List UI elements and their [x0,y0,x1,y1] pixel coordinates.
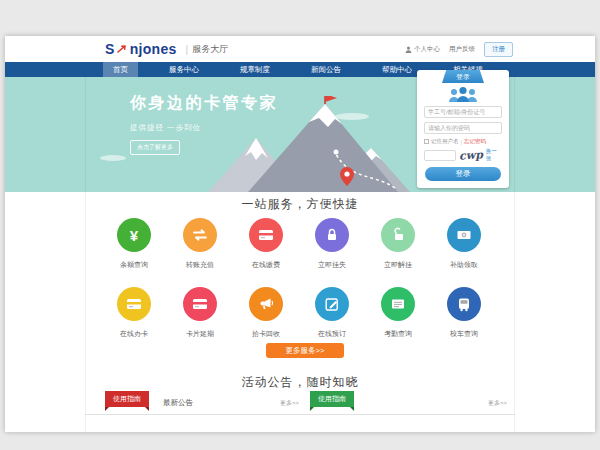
password-input[interactable] [424,122,502,134]
usage-guide-ribbon-right[interactable]: 使用指南 [310,391,354,407]
user-feedback-link[interactable]: 用户反馈 [449,45,475,54]
nav-item-rules[interactable]: 规章制度 [230,62,280,77]
container-guide-right [514,77,515,432]
transfer-arrows-icon [183,218,217,252]
list-icon [381,287,415,321]
service-online-card-apply[interactable]: 在线办卡 [101,287,167,339]
captcha-input[interactable] [424,150,456,161]
logo[interactable]: S njones | 服务大厅 [105,40,228,58]
header-links: 个人中心 用户反馈 注册 [405,42,513,57]
remember-checkbox[interactable] [424,139,429,144]
logo-divider: | [186,44,189,55]
nav-item-news[interactable]: 新闻公告 [301,62,351,77]
webpage: S njones | 服务大厅 个人中心 用户反馈 注册 首页 服务中心 规章制… [5,36,595,432]
usage-guide-ribbon-left[interactable]: 使用指南 [105,391,149,407]
logo-arrow-icon [117,40,128,58]
design-canvas: S njones | 服务大厅 个人中心 用户反馈 注册 首页 服务中心 规章制… [0,0,600,450]
service-release-loss[interactable]: 立即解挂 [365,218,431,270]
service-lost-card-return[interactable]: 拾卡回收 [233,287,299,339]
announcements-header-row: 使用指南 最新公告 更多>> 使用指南 更多>> [85,393,515,415]
card-icon [117,287,151,321]
forgot-password-link[interactable]: 忘记密码 [464,138,486,145]
latest-announcements-tab[interactable]: 最新公告 [163,393,193,413]
users-group-icon [417,86,509,102]
nav-item-help[interactable]: 帮助中心 [372,62,422,77]
megaphone-icon [249,287,283,321]
services-grid: ¥ 余额查询 转账充值 在线缴费 立即挂失 [101,218,499,339]
hero-subtitle: 提供捷径 一步到位 [130,123,278,133]
cloud-decoration [100,155,126,161]
captcha-image[interactable]: cwp [459,148,484,163]
hero-title: 你身边的卡管专家 [130,93,278,114]
service-online-payment[interactable]: 在线缴费 [233,218,299,270]
card-icon [249,218,283,252]
container-guide-left [85,77,86,432]
hero-copy: 你身边的卡管专家 提供捷径 一步到位 点击了解更多 [130,93,278,155]
site-name: 服务大厅 [192,43,228,56]
service-subsidy-collect[interactable]: 补助领取 [431,218,497,270]
service-attendance-query[interactable]: 考勤查询 [365,287,431,339]
announcements-section-title: 活动公告，随时知晓 [5,374,595,391]
nav-item-service-center[interactable]: 服务中心 [159,62,209,77]
service-schoolbus-query[interactable]: 校车查询 [431,287,497,339]
captcha-refresh-link[interactable]: 换一张 [486,148,502,162]
service-balance-query[interactable]: ¥ 余额查询 [101,218,167,270]
login-panel: 登录 记住用户名 | 忘记密码 cwp 换一张 登录 [417,70,509,188]
remember-label: 记住用户名 [431,138,459,145]
service-online-booking[interactable]: 在线预订 [299,287,365,339]
yen-icon: ¥ [117,218,151,252]
login-button[interactable]: 登录 [425,167,501,181]
person-icon [405,46,412,53]
logo-text-suffix: njones [130,41,177,57]
site-header: S njones | 服务大厅 个人中心 用户反馈 注册 [85,36,515,62]
personal-center-link[interactable]: 个人中心 [405,45,440,54]
lock-icon [315,218,349,252]
divider: | [461,139,462,145]
banknote-icon [447,218,481,252]
hero-cta-button[interactable]: 点击了解更多 [130,140,180,155]
service-report-loss[interactable]: 立即挂失 [299,218,365,270]
more-services-button[interactable]: 更多服务>> [266,343,344,358]
login-tab[interactable]: 登录 [442,70,484,83]
edit-icon [315,287,349,321]
logo-text-prefix: S [105,41,115,57]
more-link-left[interactable]: 更多>> [280,393,299,413]
unlock-icon [381,218,415,252]
services-section-title: 一站服务，方便快捷 [5,196,595,213]
service-transfer-recharge[interactable]: 转账充值 [167,218,233,270]
nav-item-home[interactable]: 首页 [103,62,138,77]
register-button[interactable]: 注册 [484,42,513,57]
more-link-right[interactable]: 更多>> [488,393,507,413]
bus-icon [447,287,481,321]
card-icon [183,287,217,321]
service-card-renewal[interactable]: 卡片延期 [167,287,233,339]
username-input[interactable] [424,106,502,118]
